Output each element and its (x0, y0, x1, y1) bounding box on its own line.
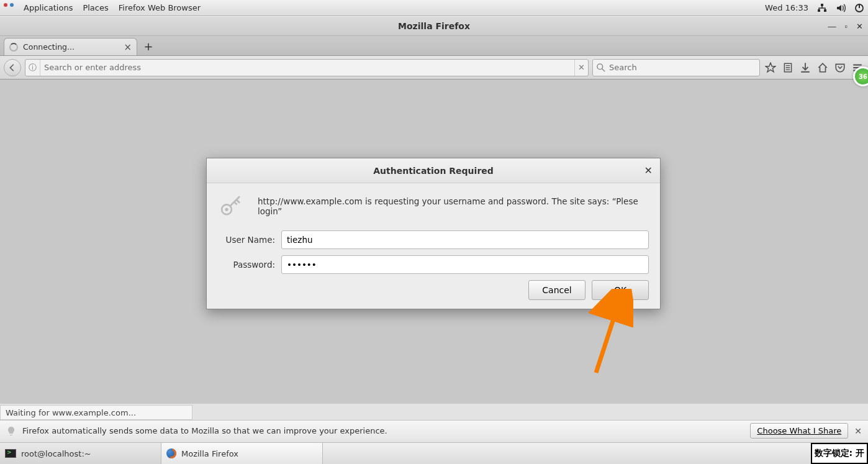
home-button[interactable] (816, 62, 830, 73)
search-input[interactable] (609, 63, 756, 72)
identity-icon[interactable]: ⓘ (25, 60, 40, 76)
svg-rect-1 (818, 9, 820, 12)
back-button[interactable] (4, 59, 21, 76)
pocket-button[interactable] (833, 62, 847, 73)
nav-toolbar: ⓘ ✕ (0, 56, 868, 80)
choose-what-i-share-button[interactable]: Choose What I Share (750, 423, 848, 439)
username-input[interactable] (281, 230, 649, 249)
key-icon (218, 193, 244, 219)
power-icon[interactable] (854, 3, 864, 13)
close-window-button[interactable]: ✕ (856, 22, 863, 31)
taskbar-item-terminal[interactable]: root@localhost:~ (0, 443, 161, 464)
minimize-button[interactable]: — (828, 22, 836, 31)
info-bar: Firefox automatically sends some data to… (0, 420, 868, 441)
home-icon (817, 62, 828, 73)
search-icon (597, 63, 605, 72)
taskbar-item-label: root@localhost:~ (21, 449, 91, 458)
url-clear-button[interactable]: ✕ (574, 60, 588, 76)
terminal-icon (5, 449, 16, 458)
dialog-header: Authentication Required ✕ (207, 158, 660, 183)
arrow-left-icon (8, 63, 17, 72)
infobar-text: Firefox automatically sends some data to… (22, 426, 387, 435)
username-label: User Name: (218, 235, 275, 245)
places-menu[interactable]: Places (83, 3, 108, 12)
lightbulb-icon (6, 426, 16, 436)
tab-strip: Connecting... × + (0, 36, 868, 56)
input-indicator: 数字锁定: 开 (811, 443, 868, 464)
star-icon (765, 62, 776, 73)
status-label: Waiting for www.example.com... (6, 408, 136, 417)
taskbar-item-label: Mozilla Firefox (181, 449, 238, 458)
dialog-title: Authentication Required (373, 166, 494, 176)
pocket-icon (834, 62, 846, 73)
infobar-close-button[interactable]: ✕ (854, 426, 862, 436)
dialog-message: http://www.example.com is requesting you… (258, 196, 649, 216)
download-icon (800, 62, 811, 73)
password-input[interactable] (281, 255, 649, 274)
password-label: Password: (218, 260, 275, 270)
extension-badge-360[interactable]: 36 (853, 66, 868, 86)
app-title-menu[interactable]: Firefox Web Browser (119, 3, 201, 12)
tab-title: Connecting... (23, 42, 75, 52)
indicator-text: 数字锁定: 开 (815, 448, 864, 459)
url-input[interactable] (40, 63, 574, 72)
status-text: Waiting for www.example.com... (0, 405, 192, 420)
svg-rect-0 (821, 4, 823, 6)
taskbar: root@localhost:~ Mozilla Firefox (0, 442, 868, 464)
ok-button[interactable]: OK (592, 280, 649, 300)
taskbar-item-firefox[interactable]: Mozilla Firefox (161, 443, 323, 464)
clock[interactable]: Wed 16:33 (765, 3, 808, 12)
tab-close-button[interactable]: × (124, 42, 132, 53)
downloads-button[interactable] (798, 62, 812, 73)
loading-spinner-icon (9, 43, 18, 52)
activities-icon[interactable] (4, 3, 14, 13)
network-icon[interactable] (817, 3, 827, 13)
bookmark-star-button[interactable] (764, 62, 777, 73)
window-title: Mozilla Firefox (398, 21, 470, 31)
url-bar[interactable]: ⓘ ✕ (25, 59, 589, 76)
dialog-close-button[interactable]: ✕ (644, 165, 653, 176)
svg-point-5 (597, 63, 603, 69)
gnome-topbar: Applications Places Firefox Web Browser … (0, 0, 868, 16)
maximize-button[interactable]: ▫ (844, 22, 848, 31)
firefox-icon (166, 448, 176, 458)
new-tab-button[interactable]: + (140, 38, 157, 54)
svg-point-8 (225, 208, 228, 211)
clipboard-icon (782, 62, 793, 73)
volume-icon[interactable] (836, 3, 846, 13)
search-bar[interactable] (592, 59, 760, 76)
svg-rect-2 (824, 9, 826, 12)
svg-rect-4 (859, 4, 860, 8)
cancel-button[interactable]: Cancel (528, 280, 585, 300)
browser-tab[interactable]: Connecting... × (4, 38, 137, 55)
applications-menu[interactable]: Applications (24, 3, 73, 12)
auth-dialog: Authentication Required ✕ http://www.exa… (206, 158, 661, 309)
window-titlebar: Mozilla Firefox — ▫ ✕ (0, 16, 868, 36)
bookmarks-list-button[interactable] (781, 62, 795, 73)
